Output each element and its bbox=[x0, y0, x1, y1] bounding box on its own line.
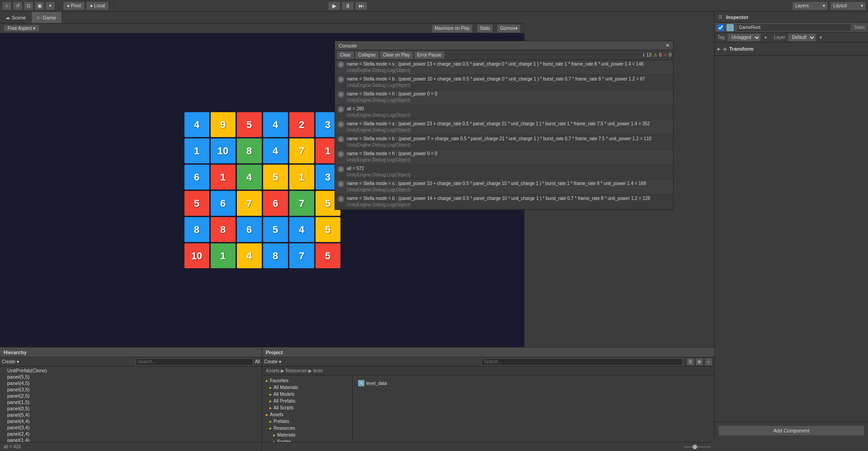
add-component-button[interactable]: Add Component bbox=[718, 426, 864, 436]
rotate-tool-button[interactable]: ↺ bbox=[13, 1, 23, 10]
console-message[interactable]: i name = Stella mode = s : (panel_power … bbox=[335, 60, 673, 75]
hierarchy-list-item[interactable]: panel(3,4) bbox=[0, 424, 262, 431]
grid-cell-0-4[interactable]: 2 bbox=[289, 112, 314, 137]
custom-tool-button[interactable]: ✦ bbox=[45, 1, 55, 10]
hierarchy-list-item[interactable]: UnitPrefab(Clone) bbox=[0, 367, 262, 374]
tag-dropdown[interactable]: Untagged bbox=[727, 33, 761, 42]
console-messages[interactable]: i name = Stella mode = s : (panel_power … bbox=[335, 60, 673, 209]
grid-cell-0-0[interactable]: 4 bbox=[184, 112, 209, 137]
project-search-input[interactable] bbox=[481, 358, 683, 366]
hierarchy-list[interactable]: UnitPrefab(Clone)panel(5,5)panel(4,5)pan… bbox=[0, 366, 262, 442]
project-tree[interactable]: ▸Favorites▸All Materials▸All Models▸All … bbox=[262, 375, 353, 442]
project-tree-item[interactable]: ▸Sprites bbox=[262, 438, 352, 442]
layout-dropdown[interactable]: Layout ▾ bbox=[830, 1, 866, 10]
gizmos-button[interactable]: Gizmos ▾ bbox=[497, 24, 521, 33]
move-tool-button[interactable]: ⊹ bbox=[2, 1, 12, 10]
layer-dropdown[interactable]: Default bbox=[788, 33, 816, 42]
local-button[interactable]: ● Local bbox=[86, 1, 109, 10]
scale-tool-button[interactable]: ⊡ bbox=[24, 1, 33, 10]
grid-cell-4-0[interactable]: 8 bbox=[184, 217, 209, 242]
grid-cell-5-3[interactable]: 8 bbox=[263, 243, 288, 268]
grid-cell-3-1[interactable]: 6 bbox=[211, 191, 236, 216]
grid-cell-1-2[interactable]: 8 bbox=[237, 138, 262, 163]
grid-cell-4-3[interactable]: 5 bbox=[263, 217, 288, 242]
grid-cell-3-3[interactable]: 6 bbox=[263, 191, 288, 216]
grid-cell-1-3[interactable]: 4 bbox=[263, 138, 288, 163]
clear-button[interactable]: Clear bbox=[337, 51, 354, 59]
clear-on-play-button[interactable]: Clear on Play bbox=[380, 51, 413, 59]
maximize-on-play-button[interactable]: Maximize on Play bbox=[431, 24, 473, 33]
project-tree-item[interactable]: ▸All Prefabs bbox=[262, 398, 352, 404]
project-tree-item[interactable]: ▸Resources bbox=[262, 425, 352, 432]
hierarchy-all-button[interactable]: All bbox=[255, 359, 260, 364]
grid-cell-2-2[interactable]: 4 bbox=[237, 165, 262, 190]
grid-cell-3-0[interactable]: 5 bbox=[184, 191, 209, 216]
project-create-button[interactable]: Create ▾ bbox=[264, 359, 281, 364]
project-tree-item[interactable]: ▸Materials bbox=[262, 432, 352, 438]
close-icon[interactable]: ✕ bbox=[665, 43, 670, 48]
grid-cell-4-1[interactable]: 8 bbox=[211, 217, 236, 242]
console-message[interactable]: i name = Stella mode = b : (panel_power … bbox=[335, 75, 673, 90]
aspect-dropdown[interactable]: Free Aspect ▾ bbox=[4, 25, 39, 32]
project-tree-item[interactable]: ▸Favorites bbox=[262, 377, 352, 384]
grid-cell-5-1[interactable]: 1 bbox=[211, 243, 236, 268]
hierarchy-list-item[interactable]: panel(0,5) bbox=[0, 405, 262, 412]
zoom-slider-track[interactable] bbox=[684, 446, 711, 448]
grid-cell-0-3[interactable]: 4 bbox=[263, 112, 288, 137]
stats-button[interactable]: Stats bbox=[476, 24, 493, 33]
grid-cell-5-2[interactable]: 4 bbox=[237, 243, 262, 268]
project-view-toggle-2[interactable]: ⊞ bbox=[695, 358, 703, 366]
console-message[interactable]: i name = Stella mode = h : (panel_power … bbox=[335, 150, 673, 165]
grid-cell-5-0[interactable]: 10 bbox=[184, 243, 209, 268]
pause-button[interactable]: ⏸ bbox=[341, 1, 354, 10]
hierarchy-list-item[interactable]: panel(2,5) bbox=[0, 393, 262, 399]
grid-cell-4-5[interactable]: 5 bbox=[316, 217, 340, 242]
grid-cell-2-3[interactable]: 5 bbox=[263, 165, 288, 190]
collapse-button[interactable]: Collapse bbox=[355, 51, 379, 59]
project-tree-item[interactable]: ▸All Materials bbox=[262, 384, 352, 391]
hierarchy-list-item[interactable]: panel(4,5) bbox=[0, 380, 262, 386]
grid-cell-5-4[interactable]: 7 bbox=[289, 243, 314, 268]
grid-cell-3-4[interactable]: 7 bbox=[289, 191, 314, 216]
layers-dropdown[interactable]: Layers ▾ bbox=[792, 1, 828, 10]
grid-cell-1-4[interactable]: 7 bbox=[289, 138, 314, 163]
object-active-checkbox[interactable] bbox=[717, 24, 724, 31]
grid-cell-1-1[interactable]: 10 bbox=[211, 138, 236, 163]
hierarchy-list-item[interactable]: panel(1,4) bbox=[0, 437, 262, 442]
rect-tool-button[interactable]: ▣ bbox=[34, 1, 44, 10]
hierarchy-list-item[interactable]: panel(5,4) bbox=[0, 412, 262, 418]
grid-cell-5-5[interactable]: 5 bbox=[316, 243, 340, 268]
console-message[interactable]: i name = Stella mode = b : (panel_power … bbox=[335, 195, 673, 209]
project-asset-item[interactable]: Tlevel_data bbox=[356, 379, 711, 387]
hierarchy-list-item[interactable]: panel(5,5) bbox=[0, 374, 262, 380]
hierarchy-list-item[interactable]: panel(4,4) bbox=[0, 418, 262, 424]
console-message[interactable]: i name = Stella mode = s : (panel_power … bbox=[335, 120, 673, 135]
grid-cell-4-2[interactable]: 6 bbox=[237, 217, 262, 242]
console-message[interactable]: i all = 280 UnityEngine.Debug:Log(Object… bbox=[335, 105, 673, 120]
project-tree-item[interactable]: ▸Assets bbox=[262, 411, 352, 418]
play-button[interactable]: ▶ bbox=[328, 1, 340, 10]
grid-cell-1-0[interactable]: 1 bbox=[184, 138, 209, 163]
grid-cell-2-1[interactable]: 1 bbox=[211, 165, 236, 190]
transform-header[interactable]: ▶ ⊹ Transform bbox=[717, 44, 865, 53]
console-message[interactable]: i name = Stella mode = b : (panel_power … bbox=[335, 135, 673, 150]
scene-tab[interactable]: ☁ Scene bbox=[0, 12, 32, 23]
game-tab[interactable]: ▷ Game bbox=[32, 12, 62, 23]
grid-cell-3-2[interactable]: 7 bbox=[237, 191, 262, 216]
grid-cell-2-0[interactable]: 6 bbox=[184, 165, 209, 190]
pivot-button[interactable]: ● Pivot bbox=[63, 1, 85, 10]
step-button[interactable]: ⏭ bbox=[355, 1, 368, 10]
grid-cell-0-2[interactable]: 5 bbox=[237, 112, 262, 137]
project-view-toggle-1[interactable]: ☰ bbox=[686, 358, 694, 366]
project-tree-item[interactable]: ▸All Models bbox=[262, 391, 352, 398]
grid-cell-0-1[interactable]: 9 bbox=[211, 112, 236, 137]
project-tree-item[interactable]: ▸Prefabs bbox=[262, 418, 352, 425]
zoom-slider-thumb[interactable] bbox=[693, 445, 697, 449]
project-settings-button[interactable]: ☆ bbox=[704, 358, 712, 366]
error-pause-button[interactable]: Error Pause bbox=[414, 51, 444, 59]
hierarchy-search-input[interactable] bbox=[136, 358, 253, 366]
hierarchy-create-button[interactable]: Create ▾ bbox=[2, 359, 19, 364]
grid-cell-4-4[interactable]: 4 bbox=[289, 217, 314, 242]
hierarchy-list-item[interactable]: panel(1,5) bbox=[0, 399, 262, 405]
console-message[interactable]: i name = Stella mode = s : (panel_power … bbox=[335, 180, 673, 195]
